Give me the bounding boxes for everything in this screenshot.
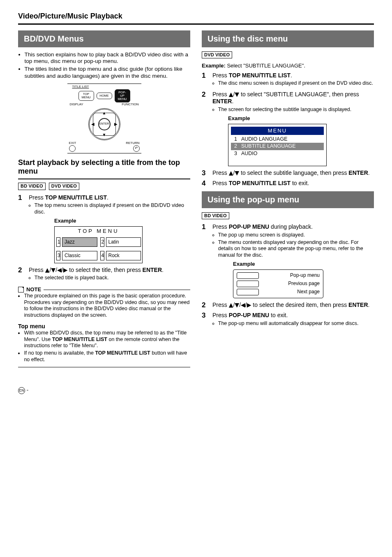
text: Press <box>29 267 45 273</box>
arrow-down-icon: ▼ <box>235 169 239 176</box>
step-number: 1 <box>18 194 24 263</box>
page-header: Video/Picture/Music Playback <box>18 12 374 21</box>
menu-row-num: 2 <box>234 143 237 150</box>
remote-home-text: HOME <box>99 94 109 97</box>
remote-dpad[interactable]: ▲ ▼ ◀ ▶ ENTER <box>87 108 122 140</box>
example-label: Example <box>228 115 374 122</box>
top-menu-cell[interactable]: Latin <box>106 237 141 247</box>
remote-popup-menu-text: POP-UP MENU <box>118 91 127 101</box>
remote-top-menu-button[interactable]: TOP MENU <box>78 91 94 101</box>
example-label: Example <box>233 261 374 267</box>
step-3: 3 Press ▲/▼ to select the subtitle langu… <box>202 169 374 177</box>
popup-row[interactable]: Next page <box>235 288 321 296</box>
popup-row-text: Previous page <box>288 281 320 287</box>
popup-menu-steps: 1 Press POP-UP MENU during playback. The… <box>202 223 374 327</box>
popup-row[interactable]: Previous page <box>235 280 321 288</box>
menu-title-bar: MENU <box>231 127 324 135</box>
step-4: 4 Press TOP MENU/TITLE LIST to exit. <box>202 180 374 187</box>
subhead-start-playback: Start playback by selecting a title from… <box>18 158 190 179</box>
step-1-text: Press TOP MENU/TITLE LIST. <box>212 72 374 79</box>
step-1: 1 Press POP-UP MENU during playback. The… <box>202 223 374 298</box>
remote-popup-menu-button[interactable]: POP-UP MENU <box>115 89 130 102</box>
step-3-text: Press ▲/▼ to select the subtitle languag… <box>212 169 374 177</box>
menu-row-num: 3 <box>234 151 237 157</box>
text: . <box>291 72 292 79</box>
step-2-text: Press ▲/▼/◀/▶ to select the desired item… <box>212 302 374 309</box>
text: Press <box>212 169 229 176</box>
intro-bullets: This section explains how to play back a… <box>18 51 190 80</box>
remote-illustration: TITLE LIST TOP MENU HOME POP-UP MENU DIS… <box>67 84 141 153</box>
popup-row-text: Pop-up menu <box>290 272 320 278</box>
step-2: 2 Press ▲/▼/◀/▶ to select the title, the… <box>18 267 190 282</box>
key-name: TOP MENU/TITLE LIST <box>95 350 150 356</box>
text: to select "SUBTITLE LANGUAGE", then pres… <box>239 91 359 97</box>
left-column: BD/DVD Menus This section explains how t… <box>18 30 190 371</box>
dpad-up-icon: ▲ <box>102 111 106 116</box>
remote-display-label: DISPLAY <box>70 102 83 107</box>
menu-row-num: 1 <box>234 136 237 143</box>
top-menu-cell[interactable]: Classic <box>62 251 97 260</box>
step-1-sub: The disc menu screen is displayed if pre… <box>218 80 374 87</box>
page-footer: EN - <box>18 371 374 394</box>
note-bullet: The procedure explained on this page is … <box>24 293 190 319</box>
section-title-using-disc-menu: Using the disc menu <box>202 30 374 47</box>
language-mark: EN <box>18 387 25 394</box>
menu-row-selected[interactable]: 2 SUBTITLE LANGUAGE <box>231 143 324 150</box>
step-number: 1 <box>202 223 208 298</box>
text: to exit. <box>291 180 309 186</box>
remote-exit-button[interactable] <box>69 145 76 152</box>
text: Press <box>212 180 229 186</box>
popup-row[interactable]: Pop-up menu <box>235 272 321 280</box>
arrow-right-icon: ▶ <box>63 267 68 273</box>
badge-bd-video: BD VIDEO <box>18 183 46 190</box>
dpad-left-icon: ◀ <box>91 121 95 127</box>
step-3: 3 Press POP-UP MENU to exit. The pop-up … <box>202 312 374 327</box>
top-menu-cell[interactable]: Rock <box>106 251 141 260</box>
arrow-up-icon: ▲ <box>45 267 50 273</box>
top-menu-cell-num: 2 <box>100 237 104 247</box>
menu-row-text: SUBTITLE LANGUAGE <box>241 143 296 150</box>
key-name: POP-UP MENU <box>229 223 270 230</box>
top-menu-cell-num: 1 <box>56 237 60 247</box>
text: Press <box>212 223 229 230</box>
menu-row[interactable]: 1 AUDIO LANGUAGE <box>228 136 326 143</box>
text: . <box>107 194 108 201</box>
badge-dvd-video: DVD VIDEO <box>202 51 232 59</box>
remote-home-button[interactable]: HOME <box>97 93 112 99</box>
text: to select the desired item, then press <box>251 302 348 308</box>
popup-swatch <box>237 289 259 295</box>
step-1-sub: The menu contents displayed vary dependi… <box>218 239 374 259</box>
dpad-down-icon: ▼ <box>102 132 106 138</box>
remote-title-list-label: TITLE LIST <box>72 85 141 89</box>
remote-return-button[interactable]: ↶ <box>133 145 140 152</box>
arrow-up-icon: ▲ <box>229 169 233 176</box>
arrow-down-icon: ▼ <box>235 302 239 308</box>
intro-bullet: This section explains how to play back a… <box>25 51 190 65</box>
remote-top-menu-text: TOP MENU <box>81 92 90 99</box>
text: to select the title, then press <box>67 267 142 273</box>
remote-enter-button[interactable]: ENTER <box>98 118 111 130</box>
step-1: 1 Press TOP MENU/TITLE LIST. The disc me… <box>202 72 374 88</box>
step-1-text: Press TOP MENU/TITLE LIST. <box>29 194 190 202</box>
top-menu-cell[interactable]: Jazz <box>62 237 97 247</box>
step-number: 2 <box>202 91 208 166</box>
example-text: Select "SUBTITLE LANGUAGE". <box>226 63 305 69</box>
top-menu-example: TOP MENU 1 Jazz 2 Latin 3 Classic 4 Rock <box>54 226 143 263</box>
key-name: ENTER <box>348 169 368 176</box>
arrow-right-icon: ▶ <box>247 302 251 308</box>
text: to exit. <box>269 312 288 318</box>
menu-row-text: AUDIO LANGUAGE <box>241 136 288 143</box>
section-title-bd-dvd-menus: BD/DVD Menus <box>18 30 190 47</box>
remote-return-label: RETURN <box>126 141 139 145</box>
key-name: TOP MENU/TITLE LIST <box>229 72 291 79</box>
badge-bd-video: BD VIDEO <box>202 212 229 220</box>
step-number: 1 <box>202 72 208 88</box>
key-name: ENTER <box>212 98 232 104</box>
step-2-text: Press ▲/▼/◀/▶ to select the title, then … <box>29 267 190 274</box>
popup-swatch <box>237 281 259 287</box>
dpad-right-icon: ▶ <box>114 121 118 127</box>
menu-row-text: AUDIO <box>241 151 258 157</box>
page-header-rule <box>18 23 374 25</box>
remote-function-label: FUNCTION <box>122 102 138 107</box>
menu-row[interactable]: 3 AUDIO <box>228 150 326 158</box>
